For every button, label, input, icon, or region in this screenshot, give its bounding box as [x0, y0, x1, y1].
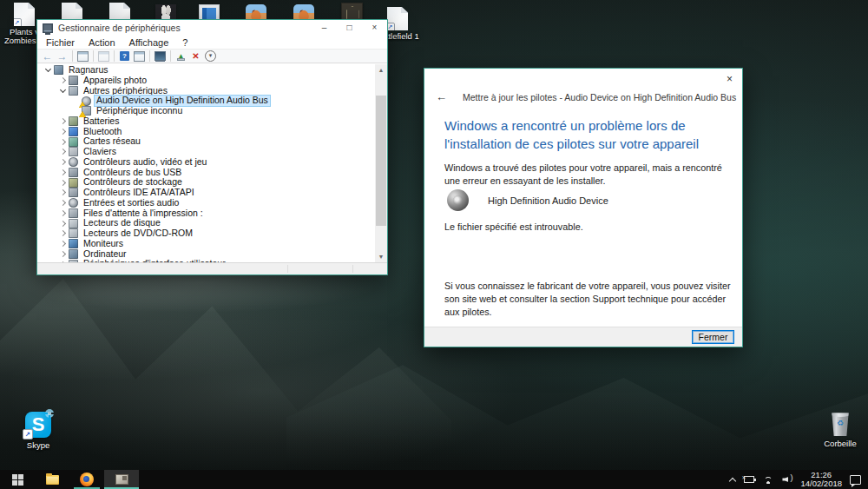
- tree-expander-icon[interactable]: [59, 87, 67, 95]
- toolbar-button-icon[interactable]: [119, 50, 130, 62]
- tree-expander-icon[interactable]: [59, 240, 67, 248]
- skype-label: Skype: [27, 440, 49, 450]
- toolbar-button-icon[interactable]: [93, 50, 94, 62]
- toolbar-button-icon[interactable]: [190, 50, 201, 62]
- tree-expander-icon[interactable]: [59, 250, 67, 258]
- close-button[interactable]: ×: [362, 20, 387, 36]
- tree-item-label: Claviers: [82, 147, 118, 157]
- device-type-icon: [69, 147, 78, 156]
- device-manager-app-icon: [43, 23, 53, 33]
- device-type-icon: [69, 208, 78, 218]
- tree-expander-icon[interactable]: [59, 169, 67, 176]
- system-tray: 21:26 14/02/2018: [729, 470, 868, 489]
- tree-expander-icon[interactable]: [59, 76, 67, 84]
- device-type-icon: [54, 65, 63, 75]
- tree-expander-icon[interactable]: [59, 179, 67, 187]
- menu-item[interactable]: Fichier: [39, 37, 82, 48]
- error-message: Le fichier spécifié est introuvable.: [444, 221, 583, 232]
- tree-item-label: Ragnarus: [67, 65, 110, 76]
- dialog-header: ← Mettre à jour les pilotes - Audio Devi…: [436, 91, 725, 102]
- tree-expander-icon[interactable]: [44, 66, 52, 74]
- tree-expander-icon[interactable]: [59, 220, 67, 228]
- toolbar-button-icon[interactable]: [114, 50, 115, 62]
- start-button[interactable]: [0, 470, 35, 489]
- tree-item[interactable]: Contrôleurs audio, vidéo et jeu: [37, 157, 375, 168]
- toolbar-button-icon[interactable]: [149, 50, 150, 62]
- dialog-body-text: Windows a trouvé des pilotes pour votre …: [444, 162, 722, 188]
- wallpaper-mountains-left: [0, 261, 451, 489]
- scroll-down-icon[interactable]: ▼: [375, 251, 387, 262]
- toolbar-button-icon[interactable]: [205, 50, 216, 62]
- dialog-title: Mettre à jour les pilotes - Audio Device…: [463, 92, 736, 102]
- menu-item[interactable]: Affichage: [122, 37, 176, 48]
- tree-expander-icon[interactable]: [59, 209, 67, 217]
- tree-item[interactable]: Lecteurs de DVD/CD-ROM: [37, 228, 375, 239]
- toolbar-button-icon[interactable]: [42, 50, 53, 62]
- wallpaper-mountains-right: [286, 330, 868, 489]
- device-type-icon: [69, 219, 78, 228]
- menu-item[interactable]: Action: [82, 37, 122, 48]
- device-type-icon: [69, 228, 78, 238]
- desktop: { "colors": { "accent_border": "#3c9c8c"…: [0, 0, 868, 489]
- volume-icon[interactable]: [782, 475, 792, 484]
- desktop-icon-skype[interactable]: S Skype: [14, 412, 62, 450]
- tree-item-label: Lecteurs de DVD/CD-ROM: [82, 228, 194, 239]
- device-type-icon: [69, 116, 78, 126]
- tree-item[interactable]: Périphérique inconnu: [37, 106, 375, 116]
- tree-item[interactable]: Batteries: [37, 116, 375, 127]
- device-manager-titlebar[interactable]: Gestionnaire de périphériques – □ ×: [37, 20, 387, 36]
- desktop-icon-recycle-bin[interactable]: Corbeille: [814, 410, 866, 448]
- tree-expander-icon[interactable]: [59, 128, 67, 135]
- tree-expander-icon[interactable]: [59, 158, 67, 166]
- taskbar-clock[interactable]: 21:26 14/02/2018: [800, 471, 842, 488]
- back-arrow-icon[interactable]: ←: [436, 91, 447, 102]
- toolbar-button-icon[interactable]: [170, 50, 171, 62]
- tree-expander-icon[interactable]: [59, 117, 67, 125]
- tree-expander-icon[interactable]: [59, 229, 67, 237]
- tree-item[interactable]: Appareils photo: [37, 76, 375, 86]
- tree-expander-icon[interactable]: [59, 138, 67, 146]
- toolbar-button-icon[interactable]: [56, 50, 68, 62]
- tray-chevron-icon[interactable]: [729, 476, 736, 483]
- taskbar-device-manager[interactable]: [104, 470, 139, 489]
- menu-item[interactable]: ?: [175, 37, 194, 48]
- scroll-up-icon[interactable]: ▲: [375, 64, 387, 76]
- tree-item[interactable]: Moniteurs: [37, 239, 375, 249]
- recycle-bin-label: Corbeille: [824, 439, 857, 448]
- scrollbar-thumb[interactable]: [376, 96, 386, 226]
- tree-item-label: Moniteurs: [82, 239, 125, 249]
- battery-status-icon[interactable]: [744, 476, 754, 483]
- vertical-scrollbar[interactable]: ▲ ▼: [375, 64, 387, 262]
- wifi-icon[interactable]: [762, 475, 774, 484]
- fermer-button[interactable]: Fermer: [692, 330, 734, 344]
- toolbar-button-icon[interactable]: [72, 50, 73, 62]
- device-manager-title: Gestionnaire de périphériques: [58, 23, 312, 33]
- tree-expander-icon[interactable]: [59, 199, 67, 207]
- action-center-icon[interactable]: [850, 475, 861, 485]
- taskbar-file-explorer[interactable]: [35, 470, 69, 489]
- tree-item[interactable]: Audio Device on High Definition Audio Bu…: [37, 96, 375, 106]
- tree-item-label: Batteries: [82, 116, 121, 127]
- device-type-icon: [69, 249, 78, 259]
- toolbar-button-icon[interactable]: [77, 50, 89, 62]
- toolbar-button-icon[interactable]: [134, 50, 145, 62]
- tree-expander-icon[interactable]: [59, 148, 67, 155]
- device-manager-taskbar-icon: [115, 474, 128, 485]
- minimize-button[interactable]: –: [312, 20, 337, 36]
- taskbar: 21:26 14/02/2018: [0, 470, 868, 489]
- toolbar-button-icon[interactable]: [175, 50, 187, 62]
- dialog-close-icon[interactable]: ×: [727, 74, 733, 84]
- toolbar-button-icon[interactable]: [98, 50, 109, 62]
- tree-item[interactable]: Ragnarus: [37, 65, 375, 76]
- tree-item[interactable]: Claviers: [37, 147, 375, 157]
- desktop-icon-image: [14, 3, 35, 26]
- maximize-button[interactable]: □: [337, 20, 362, 36]
- tree-item[interactable]: Contrôleurs IDE ATA/ATAPI: [37, 188, 375, 198]
- driver-update-dialog: × ← Mettre à jour les pilotes - Audio De…: [424, 68, 743, 347]
- tree-item[interactable]: Entrées et sorties audio: [37, 198, 375, 208]
- device-type-icon: [82, 96, 91, 106]
- tree-expander-icon[interactable]: [59, 188, 67, 196]
- taskbar-firefox[interactable]: [69, 470, 104, 489]
- toolbar-button-icon[interactable]: [155, 50, 166, 62]
- device-type-icon: [69, 127, 78, 136]
